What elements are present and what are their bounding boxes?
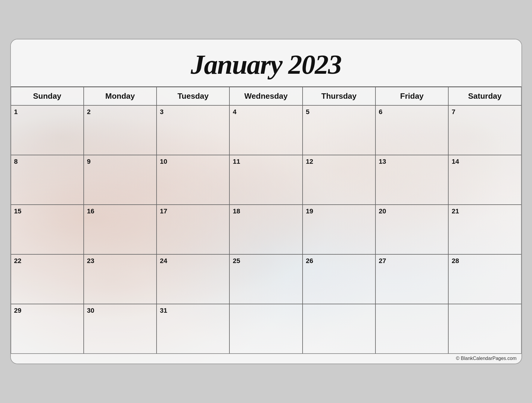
day-cell-24: 24	[157, 254, 229, 304]
day-cell-20: 20	[375, 205, 448, 254]
day-cell-11: 11	[229, 155, 302, 205]
copyright: © BlankCalendarPages.com	[11, 354, 521, 364]
day-number: 15	[14, 207, 21, 215]
day-number: 19	[306, 207, 313, 215]
day-number: 31	[160, 307, 167, 314]
day-cell-5: 5	[303, 105, 375, 155]
empty-cell-4	[448, 304, 521, 354]
day-cell-6: 6	[375, 105, 448, 155]
day-cell-19: 19	[303, 205, 375, 254]
day-cell-8: 8	[11, 155, 84, 205]
day-cell-2: 2	[84, 105, 157, 155]
day-number: 29	[14, 307, 21, 314]
day-number: 13	[379, 158, 386, 165]
day-number: 20	[379, 207, 386, 215]
day-number: 1	[14, 108, 18, 116]
day-number: 21	[452, 207, 459, 215]
day-number: 4	[233, 108, 236, 116]
day-number: 14	[452, 158, 459, 165]
day-cell-29: 29	[11, 304, 84, 354]
day-number: 24	[160, 257, 167, 265]
day-number: 8	[14, 158, 18, 165]
day-header-sunday: Sunday	[11, 87, 84, 105]
day-cell-28: 28	[448, 254, 521, 304]
day-number: 18	[233, 207, 240, 215]
day-cell-22: 22	[11, 254, 84, 304]
day-number: 26	[306, 257, 313, 265]
day-number: 16	[87, 207, 94, 215]
day-cell-10: 10	[157, 155, 229, 205]
day-cell-12: 12	[303, 155, 375, 205]
day-cell-14: 14	[448, 155, 521, 205]
day-number: 12	[306, 158, 313, 165]
day-number: 10	[160, 158, 167, 165]
day-cell-3: 3	[157, 105, 229, 155]
day-cell-7: 7	[448, 105, 521, 155]
day-number: 23	[87, 257, 94, 265]
day-cell-16: 16	[84, 205, 157, 254]
day-number: 22	[14, 257, 21, 265]
day-cell-27: 27	[375, 254, 448, 304]
day-cell-23: 23	[84, 254, 157, 304]
day-number: 9	[87, 158, 91, 165]
calendar-header: January 2023	[11, 39, 521, 87]
day-header-tuesday: Tuesday	[157, 87, 229, 105]
day-cell-1: 1	[11, 105, 84, 155]
calendar-container: January 2023 Sunday Monday Tuesday Wedne…	[10, 39, 522, 364]
day-number: 28	[452, 257, 459, 265]
empty-cell-1	[229, 304, 302, 354]
day-number: 5	[306, 108, 310, 116]
day-cell-18: 18	[229, 205, 302, 254]
day-number: 27	[379, 257, 386, 265]
day-header-saturday: Saturday	[448, 87, 521, 105]
day-cell-17: 17	[157, 205, 229, 254]
empty-cell-3	[375, 304, 448, 354]
day-cell-4: 4	[229, 105, 302, 155]
day-cell-21: 21	[448, 205, 521, 254]
day-number: 3	[160, 108, 163, 116]
day-cell-30: 30	[84, 304, 157, 354]
day-header-wednesday: Wednesday	[229, 87, 302, 105]
day-cell-15: 15	[11, 205, 84, 254]
calendar-title: January 2023	[17, 48, 515, 80]
day-header-thursday: Thursday	[303, 87, 375, 105]
day-number: 25	[233, 257, 240, 265]
day-cell-25: 25	[229, 254, 302, 304]
day-cell-26: 26	[303, 254, 375, 304]
day-number: 2	[87, 108, 91, 116]
day-cell-9: 9	[84, 155, 157, 205]
day-number: 17	[160, 207, 167, 215]
calendar-grid: Sunday Monday Tuesday Wednesday Thursday…	[11, 87, 521, 354]
day-header-monday: Monday	[84, 87, 157, 105]
day-header-friday: Friday	[375, 87, 448, 105]
empty-cell-2	[303, 304, 375, 354]
day-cell-13: 13	[375, 155, 448, 205]
day-number: 6	[379, 108, 382, 116]
day-cell-31: 31	[157, 304, 229, 354]
day-number: 7	[452, 108, 455, 116]
day-number: 11	[233, 158, 240, 165]
day-number: 30	[87, 307, 94, 314]
